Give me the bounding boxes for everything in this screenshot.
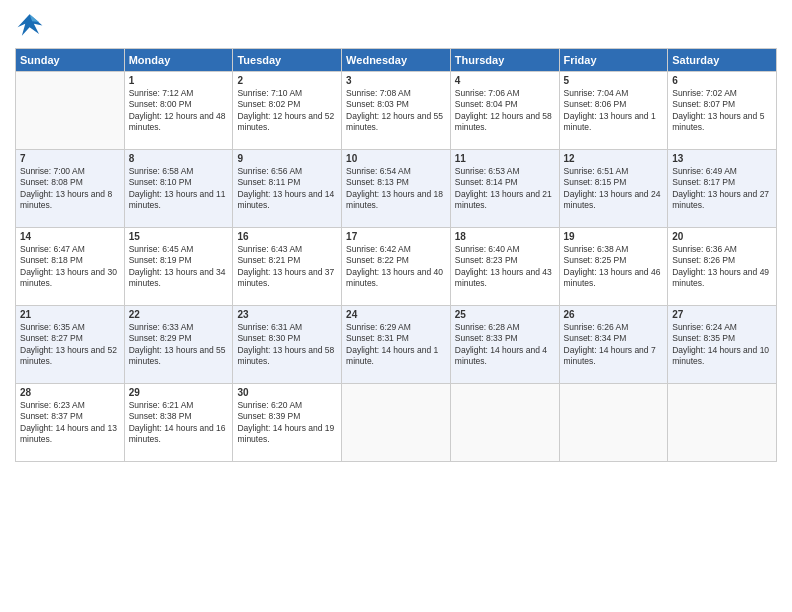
day-number: 18 bbox=[455, 231, 555, 242]
calendar-cell: 22Sunrise: 6:33 AM Sunset: 8:29 PM Dayli… bbox=[124, 306, 233, 384]
calendar-cell: 4Sunrise: 7:06 AM Sunset: 8:04 PM Daylig… bbox=[450, 72, 559, 150]
day-info: Sunrise: 7:04 AM Sunset: 8:06 PM Dayligh… bbox=[564, 88, 664, 134]
calendar-cell: 19Sunrise: 6:38 AM Sunset: 8:25 PM Dayli… bbox=[559, 228, 668, 306]
day-number: 30 bbox=[237, 387, 337, 398]
day-info: Sunrise: 6:23 AM Sunset: 8:37 PM Dayligh… bbox=[20, 400, 120, 446]
day-info: Sunrise: 6:43 AM Sunset: 8:21 PM Dayligh… bbox=[237, 244, 337, 290]
day-info: Sunrise: 6:24 AM Sunset: 8:35 PM Dayligh… bbox=[672, 322, 772, 368]
calendar-cell: 11Sunrise: 6:53 AM Sunset: 8:14 PM Dayli… bbox=[450, 150, 559, 228]
calendar-cell bbox=[16, 72, 125, 150]
calendar-cell bbox=[450, 384, 559, 462]
calendar-cell: 5Sunrise: 7:04 AM Sunset: 8:06 PM Daylig… bbox=[559, 72, 668, 150]
day-info: Sunrise: 6:40 AM Sunset: 8:23 PM Dayligh… bbox=[455, 244, 555, 290]
day-info: Sunrise: 6:45 AM Sunset: 8:19 PM Dayligh… bbox=[129, 244, 229, 290]
day-number: 7 bbox=[20, 153, 120, 164]
day-number: 20 bbox=[672, 231, 772, 242]
calendar-cell: 12Sunrise: 6:51 AM Sunset: 8:15 PM Dayli… bbox=[559, 150, 668, 228]
svg-marker-0 bbox=[18, 14, 43, 35]
calendar-table: SundayMondayTuesdayWednesdayThursdayFrid… bbox=[15, 48, 777, 462]
calendar-cell: 13Sunrise: 6:49 AM Sunset: 8:17 PM Dayli… bbox=[668, 150, 777, 228]
weekday-header: Wednesday bbox=[342, 49, 451, 72]
calendar-cell: 21Sunrise: 6:35 AM Sunset: 8:27 PM Dayli… bbox=[16, 306, 125, 384]
weekday-header: Sunday bbox=[16, 49, 125, 72]
day-info: Sunrise: 6:35 AM Sunset: 8:27 PM Dayligh… bbox=[20, 322, 120, 368]
calendar-week-row: 14Sunrise: 6:47 AM Sunset: 8:18 PM Dayli… bbox=[16, 228, 777, 306]
day-info: Sunrise: 6:33 AM Sunset: 8:29 PM Dayligh… bbox=[129, 322, 229, 368]
day-info: Sunrise: 6:56 AM Sunset: 8:11 PM Dayligh… bbox=[237, 166, 337, 212]
day-info: Sunrise: 7:12 AM Sunset: 8:00 PM Dayligh… bbox=[129, 88, 229, 134]
day-number: 1 bbox=[129, 75, 229, 86]
day-info: Sunrise: 6:36 AM Sunset: 8:26 PM Dayligh… bbox=[672, 244, 772, 290]
day-number: 11 bbox=[455, 153, 555, 164]
calendar-week-row: 21Sunrise: 6:35 AM Sunset: 8:27 PM Dayli… bbox=[16, 306, 777, 384]
day-number: 3 bbox=[346, 75, 446, 86]
weekday-header: Monday bbox=[124, 49, 233, 72]
day-number: 23 bbox=[237, 309, 337, 320]
calendar-cell bbox=[559, 384, 668, 462]
day-info: Sunrise: 6:58 AM Sunset: 8:10 PM Dayligh… bbox=[129, 166, 229, 212]
calendar-cell: 10Sunrise: 6:54 AM Sunset: 8:13 PM Dayli… bbox=[342, 150, 451, 228]
calendar-cell: 17Sunrise: 6:42 AM Sunset: 8:22 PM Dayli… bbox=[342, 228, 451, 306]
day-number: 16 bbox=[237, 231, 337, 242]
day-info: Sunrise: 6:21 AM Sunset: 8:38 PM Dayligh… bbox=[129, 400, 229, 446]
day-info: Sunrise: 7:06 AM Sunset: 8:04 PM Dayligh… bbox=[455, 88, 555, 134]
day-info: Sunrise: 6:38 AM Sunset: 8:25 PM Dayligh… bbox=[564, 244, 664, 290]
day-info: Sunrise: 6:54 AM Sunset: 8:13 PM Dayligh… bbox=[346, 166, 446, 212]
day-number: 6 bbox=[672, 75, 772, 86]
calendar-cell: 15Sunrise: 6:45 AM Sunset: 8:19 PM Dayli… bbox=[124, 228, 233, 306]
day-number: 21 bbox=[20, 309, 120, 320]
day-number: 27 bbox=[672, 309, 772, 320]
day-number: 25 bbox=[455, 309, 555, 320]
calendar-cell: 26Sunrise: 6:26 AM Sunset: 8:34 PM Dayli… bbox=[559, 306, 668, 384]
calendar-cell: 20Sunrise: 6:36 AM Sunset: 8:26 PM Dayli… bbox=[668, 228, 777, 306]
day-number: 10 bbox=[346, 153, 446, 164]
day-number: 22 bbox=[129, 309, 229, 320]
day-info: Sunrise: 7:10 AM Sunset: 8:02 PM Dayligh… bbox=[237, 88, 337, 134]
day-number: 17 bbox=[346, 231, 446, 242]
header bbox=[15, 10, 777, 40]
day-info: Sunrise: 6:28 AM Sunset: 8:33 PM Dayligh… bbox=[455, 322, 555, 368]
calendar-week-row: 1Sunrise: 7:12 AM Sunset: 8:00 PM Daylig… bbox=[16, 72, 777, 150]
day-info: Sunrise: 6:42 AM Sunset: 8:22 PM Dayligh… bbox=[346, 244, 446, 290]
day-info: Sunrise: 6:53 AM Sunset: 8:14 PM Dayligh… bbox=[455, 166, 555, 212]
day-number: 9 bbox=[237, 153, 337, 164]
day-number: 28 bbox=[20, 387, 120, 398]
day-number: 26 bbox=[564, 309, 664, 320]
calendar-week-row: 28Sunrise: 6:23 AM Sunset: 8:37 PM Dayli… bbox=[16, 384, 777, 462]
calendar-cell: 27Sunrise: 6:24 AM Sunset: 8:35 PM Dayli… bbox=[668, 306, 777, 384]
calendar-cell: 3Sunrise: 7:08 AM Sunset: 8:03 PM Daylig… bbox=[342, 72, 451, 150]
weekday-header: Tuesday bbox=[233, 49, 342, 72]
calendar-cell: 24Sunrise: 6:29 AM Sunset: 8:31 PM Dayli… bbox=[342, 306, 451, 384]
weekday-header-row: SundayMondayTuesdayWednesdayThursdayFrid… bbox=[16, 49, 777, 72]
calendar-cell: 8Sunrise: 6:58 AM Sunset: 8:10 PM Daylig… bbox=[124, 150, 233, 228]
calendar-cell: 28Sunrise: 6:23 AM Sunset: 8:37 PM Dayli… bbox=[16, 384, 125, 462]
weekday-header: Saturday bbox=[668, 49, 777, 72]
logo bbox=[15, 10, 47, 40]
page: SundayMondayTuesdayWednesdayThursdayFrid… bbox=[0, 0, 792, 612]
day-info: Sunrise: 6:31 AM Sunset: 8:30 PM Dayligh… bbox=[237, 322, 337, 368]
calendar-cell: 6Sunrise: 7:02 AM Sunset: 8:07 PM Daylig… bbox=[668, 72, 777, 150]
calendar-cell: 14Sunrise: 6:47 AM Sunset: 8:18 PM Dayli… bbox=[16, 228, 125, 306]
day-number: 14 bbox=[20, 231, 120, 242]
weekday-header: Thursday bbox=[450, 49, 559, 72]
calendar-week-row: 7Sunrise: 7:00 AM Sunset: 8:08 PM Daylig… bbox=[16, 150, 777, 228]
calendar-cell: 30Sunrise: 6:20 AM Sunset: 8:39 PM Dayli… bbox=[233, 384, 342, 462]
day-info: Sunrise: 7:02 AM Sunset: 8:07 PM Dayligh… bbox=[672, 88, 772, 134]
calendar-cell: 2Sunrise: 7:10 AM Sunset: 8:02 PM Daylig… bbox=[233, 72, 342, 150]
day-info: Sunrise: 7:00 AM Sunset: 8:08 PM Dayligh… bbox=[20, 166, 120, 212]
calendar-cell: 23Sunrise: 6:31 AM Sunset: 8:30 PM Dayli… bbox=[233, 306, 342, 384]
day-info: Sunrise: 6:47 AM Sunset: 8:18 PM Dayligh… bbox=[20, 244, 120, 290]
calendar-cell: 7Sunrise: 7:00 AM Sunset: 8:08 PM Daylig… bbox=[16, 150, 125, 228]
day-number: 19 bbox=[564, 231, 664, 242]
calendar-cell: 1Sunrise: 7:12 AM Sunset: 8:00 PM Daylig… bbox=[124, 72, 233, 150]
day-number: 8 bbox=[129, 153, 229, 164]
day-number: 12 bbox=[564, 153, 664, 164]
day-info: Sunrise: 6:26 AM Sunset: 8:34 PM Dayligh… bbox=[564, 322, 664, 368]
calendar-cell: 25Sunrise: 6:28 AM Sunset: 8:33 PM Dayli… bbox=[450, 306, 559, 384]
calendar-cell: 29Sunrise: 6:21 AM Sunset: 8:38 PM Dayli… bbox=[124, 384, 233, 462]
calendar-cell: 18Sunrise: 6:40 AM Sunset: 8:23 PM Dayli… bbox=[450, 228, 559, 306]
calendar-cell: 9Sunrise: 6:56 AM Sunset: 8:11 PM Daylig… bbox=[233, 150, 342, 228]
calendar-cell bbox=[668, 384, 777, 462]
calendar-cell bbox=[342, 384, 451, 462]
day-number: 13 bbox=[672, 153, 772, 164]
